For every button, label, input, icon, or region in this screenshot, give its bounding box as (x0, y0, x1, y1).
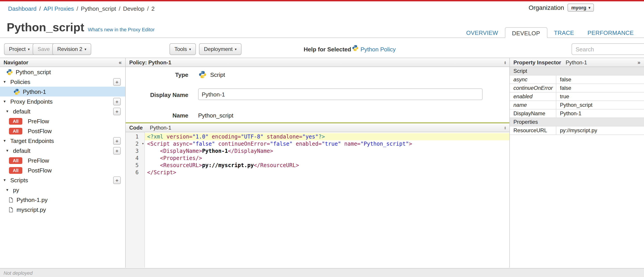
tab-trace[interactable]: TRACE (547, 27, 581, 38)
organization-label: Organization (528, 4, 564, 11)
triangle-down-icon[interactable]: ▾ (4, 79, 8, 84)
display-name-label: Display Name (134, 92, 188, 98)
code-line[interactable]: <ResourceURL>py://myscript.py</ResourceU… (145, 162, 510, 169)
python-icon (6, 69, 13, 75)
navigator-title: Navigator (4, 59, 28, 65)
help-for-selected-label: Help for Selected (304, 46, 351, 53)
property-value: false (556, 76, 571, 83)
add-flow-button[interactable]: + (113, 147, 121, 155)
collapse-panel-icon[interactable]: « (119, 59, 122, 65)
nav-section-label: Policies (10, 78, 30, 85)
nav-item-proxy-preflow[interactable]: All PreFlow (0, 116, 125, 126)
add-policy-button[interactable]: + (113, 78, 121, 86)
code-lines[interactable]: <?xml version="1.0" encoding="UTF-8" sta… (145, 132, 510, 268)
caret-down-icon: ▾ (189, 47, 191, 51)
code-line[interactable]: <DisplayName>Python-1</DisplayName> (145, 147, 510, 155)
display-name-input[interactable] (198, 88, 482, 100)
nav-item-proxy-postflow[interactable]: All PostFlow (0, 126, 125, 136)
nav-item-label: default (13, 108, 30, 115)
breadcrumb-separator: / (119, 5, 120, 12)
caret-down-icon: ▾ (588, 5, 590, 9)
apigee-proxy-editor: Dashboard/API Proxies/Python_script/Deve… (0, 0, 644, 277)
python-policy-help-link[interactable]: Python Policy (360, 46, 396, 53)
add-target-endpoint-button[interactable]: + (113, 137, 121, 145)
nav-group-py[interactable]: ▾ py (0, 185, 125, 195)
tab-develop[interactable]: DEVELOP (505, 27, 548, 38)
organization-select[interactable]: myorg ▾ (568, 3, 594, 12)
triangle-down-icon[interactable]: ▾ (6, 188, 10, 192)
caret-down-icon: ▾ (84, 47, 86, 51)
breadcrumb-revision: 2 (152, 5, 154, 12)
tab-performance[interactable]: PERFORMANCE (581, 27, 640, 38)
all-badge: All (9, 157, 22, 164)
nav-item-target-postflow[interactable]: All PostFlow (0, 165, 125, 175)
property-value: Python_script (556, 102, 592, 108)
add-flow-button[interactable]: + (113, 108, 121, 115)
nav-item-python-1[interactable]: Python-1 (0, 87, 125, 96)
breadcrumb-separator: / (147, 5, 149, 12)
collapse-panel-icon[interactable]: » (638, 59, 640, 65)
all-badge: All (9, 118, 22, 124)
policy-panel-header: Policy: Python-1 ▴▾ (126, 58, 510, 67)
property-row-name: name Python_script (510, 101, 644, 109)
tools-button[interactable]: Tools▾ (170, 43, 196, 55)
type-value: Script (210, 71, 225, 78)
python-icon (14, 88, 20, 95)
collapse-expand-icon[interactable]: ▴▾ (504, 60, 506, 64)
nav-section-policies[interactable]: ▾ Policies + (0, 77, 125, 87)
tab-overview[interactable]: OVERVIEW (460, 27, 505, 38)
project-button[interactable]: Project▾ (4, 43, 35, 55)
nav-item-label: Python_script (16, 69, 51, 75)
page-title: Python_script (7, 20, 84, 34)
nav-item-myscript-py[interactable]: myscript.py (0, 205, 125, 215)
nav-item-label: PostFlow (28, 167, 52, 174)
name-label: Name (134, 112, 188, 119)
property-row-resourceurl: ResourceURL py://myscript.py (510, 126, 644, 135)
triangle-down-icon[interactable]: ▾ (6, 109, 10, 113)
triangle-down-icon[interactable]: ▾ (4, 99, 8, 104)
code-line[interactable]: <Properties/> (145, 155, 510, 162)
code-line[interactable]: <?xml version="1.0" encoding="UTF-8" sta… (145, 133, 510, 140)
whats-new-link[interactable]: What's new in the Proxy Editor (88, 27, 155, 32)
search-input[interactable] (572, 43, 644, 55)
code-line[interactable]: </Script> (145, 169, 510, 176)
nav-section-target-endpoints[interactable]: ▾ Target Endpoints + (0, 136, 125, 146)
code-line[interactable]: <Script async="false" continueOnError="f… (145, 140, 510, 147)
add-script-button[interactable]: + (113, 177, 121, 184)
nav-item-target-default[interactable]: ▾ default + (0, 146, 125, 155)
breadcrumb-api-proxies[interactable]: API Proxies (44, 5, 74, 12)
tools-button-label: Tools (174, 46, 187, 52)
save-button[interactable]: Save (33, 43, 55, 55)
breadcrumb-dashboard[interactable]: Dashboard (8, 5, 36, 12)
code-editor[interactable]: 12▾3456 <?xml version="1.0" encoding="UT… (126, 132, 510, 268)
nav-section-label: Target Endpoints (10, 137, 54, 144)
nav-item-python-1-py[interactable]: Python-1.py (0, 195, 125, 205)
python-icon (352, 45, 359, 51)
triangle-down-icon[interactable]: ▾ (4, 178, 8, 182)
code-fold-icon[interactable]: ▾ (142, 140, 144, 147)
deployment-button[interactable]: Deployment▾ (199, 43, 242, 55)
breadcrumb: Dashboard/API Proxies/Python_script/Deve… (8, 5, 154, 12)
nav-item-label: PostFlow (28, 128, 52, 134)
nav-item-proxy-root[interactable]: Python_script (0, 67, 125, 77)
project-button-label: Project (9, 46, 26, 52)
nav-section-proxy-endpoints[interactable]: ▾ Proxy Endpoints + (0, 96, 125, 106)
revision-button[interactable]: Revision 2▾ (52, 43, 91, 55)
property-label: continueOnError (510, 84, 556, 92)
nav-item-proxy-default[interactable]: ▾ default + (0, 106, 125, 116)
collapse-expand-icon[interactable]: ▴▾ (504, 126, 506, 129)
triangle-down-icon[interactable]: ▾ (4, 138, 8, 143)
navigator-panel: Navigator « Python_script ▾ Policies + P… (0, 58, 126, 268)
nav-item-label: PreFlow (28, 118, 49, 124)
triangle-down-icon[interactable]: ▾ (6, 148, 10, 153)
nav-section-scripts[interactable]: ▾ Scripts + (0, 175, 125, 185)
property-row-async: async false (510, 75, 644, 84)
property-value: true (556, 93, 569, 100)
breadcrumb-proxy-name: Python_script (81, 5, 116, 12)
file-icon (8, 197, 14, 203)
nav-item-target-preflow[interactable]: All PreFlow (0, 155, 125, 165)
add-proxy-endpoint-button[interactable]: + (113, 98, 121, 105)
type-label: Type (134, 71, 188, 78)
nav-item-label: Python-1 (23, 88, 46, 95)
property-value: false (556, 85, 571, 91)
